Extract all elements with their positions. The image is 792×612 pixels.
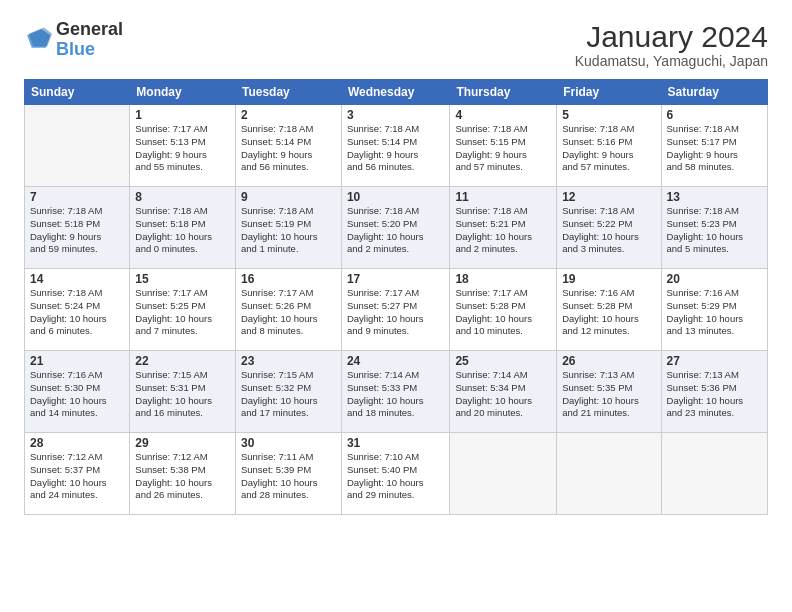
day-info: Sunrise: 7:18 AM Sunset: 5:20 PM Dayligh…: [347, 205, 444, 256]
day-info: Sunrise: 7:17 AM Sunset: 5:13 PM Dayligh…: [135, 123, 230, 174]
day-number: 13: [667, 190, 762, 204]
day-number: 28: [30, 436, 124, 450]
day-info: Sunrise: 7:18 AM Sunset: 5:14 PM Dayligh…: [241, 123, 336, 174]
calendar-row: 28Sunrise: 7:12 AM Sunset: 5:37 PM Dayli…: [25, 433, 768, 515]
day-number: 23: [241, 354, 336, 368]
col-header-tuesday: Tuesday: [235, 80, 341, 105]
calendar-cell: 21Sunrise: 7:16 AM Sunset: 5:30 PM Dayli…: [25, 351, 130, 433]
day-number: 30: [241, 436, 336, 450]
title-block: January 2024 Kudamatsu, Yamaguchi, Japan: [575, 20, 768, 69]
calendar-cell: 5Sunrise: 7:18 AM Sunset: 5:16 PM Daylig…: [557, 105, 661, 187]
day-info: Sunrise: 7:17 AM Sunset: 5:27 PM Dayligh…: [347, 287, 444, 338]
day-info: Sunrise: 7:16 AM Sunset: 5:30 PM Dayligh…: [30, 369, 124, 420]
day-number: 4: [455, 108, 551, 122]
col-header-monday: Monday: [130, 80, 236, 105]
day-number: 9: [241, 190, 336, 204]
day-info: Sunrise: 7:18 AM Sunset: 5:14 PM Dayligh…: [347, 123, 444, 174]
calendar-cell: 11Sunrise: 7:18 AM Sunset: 5:21 PM Dayli…: [450, 187, 557, 269]
day-number: 27: [667, 354, 762, 368]
calendar-cell: 22Sunrise: 7:15 AM Sunset: 5:31 PM Dayli…: [130, 351, 236, 433]
col-header-saturday: Saturday: [661, 80, 767, 105]
day-info: Sunrise: 7:18 AM Sunset: 5:17 PM Dayligh…: [667, 123, 762, 174]
calendar-cell: 26Sunrise: 7:13 AM Sunset: 5:35 PM Dayli…: [557, 351, 661, 433]
calendar-cell: 7Sunrise: 7:18 AM Sunset: 5:18 PM Daylig…: [25, 187, 130, 269]
logo-icon: [24, 26, 52, 54]
day-number: 20: [667, 272, 762, 286]
calendar-cell: 23Sunrise: 7:15 AM Sunset: 5:32 PM Dayli…: [235, 351, 341, 433]
calendar-cell: 8Sunrise: 7:18 AM Sunset: 5:18 PM Daylig…: [130, 187, 236, 269]
day-number: 12: [562, 190, 655, 204]
day-info: Sunrise: 7:16 AM Sunset: 5:28 PM Dayligh…: [562, 287, 655, 338]
calendar-cell: 28Sunrise: 7:12 AM Sunset: 5:37 PM Dayli…: [25, 433, 130, 515]
day-number: 1: [135, 108, 230, 122]
day-info: Sunrise: 7:18 AM Sunset: 5:23 PM Dayligh…: [667, 205, 762, 256]
day-info: Sunrise: 7:13 AM Sunset: 5:36 PM Dayligh…: [667, 369, 762, 420]
calendar-row: 21Sunrise: 7:16 AM Sunset: 5:30 PM Dayli…: [25, 351, 768, 433]
day-number: 31: [347, 436, 444, 450]
calendar-cell: 14Sunrise: 7:18 AM Sunset: 5:24 PM Dayli…: [25, 269, 130, 351]
calendar-cell: 18Sunrise: 7:17 AM Sunset: 5:28 PM Dayli…: [450, 269, 557, 351]
col-header-wednesday: Wednesday: [341, 80, 449, 105]
day-info: Sunrise: 7:16 AM Sunset: 5:29 PM Dayligh…: [667, 287, 762, 338]
calendar-cell: 17Sunrise: 7:17 AM Sunset: 5:27 PM Dayli…: [341, 269, 449, 351]
day-number: 11: [455, 190, 551, 204]
day-number: 8: [135, 190, 230, 204]
day-info: Sunrise: 7:17 AM Sunset: 5:26 PM Dayligh…: [241, 287, 336, 338]
day-number: 21: [30, 354, 124, 368]
calendar-cell: [661, 433, 767, 515]
day-info: Sunrise: 7:18 AM Sunset: 5:19 PM Dayligh…: [241, 205, 336, 256]
col-header-friday: Friday: [557, 80, 661, 105]
day-number: 19: [562, 272, 655, 286]
calendar-title: January 2024: [575, 20, 768, 53]
day-info: Sunrise: 7:11 AM Sunset: 5:39 PM Dayligh…: [241, 451, 336, 502]
calendar-cell: 15Sunrise: 7:17 AM Sunset: 5:25 PM Dayli…: [130, 269, 236, 351]
calendar-cell: 12Sunrise: 7:18 AM Sunset: 5:22 PM Dayli…: [557, 187, 661, 269]
calendar-cell: 4Sunrise: 7:18 AM Sunset: 5:15 PM Daylig…: [450, 105, 557, 187]
day-number: 26: [562, 354, 655, 368]
day-number: 15: [135, 272, 230, 286]
day-info: Sunrise: 7:15 AM Sunset: 5:31 PM Dayligh…: [135, 369, 230, 420]
calendar-cell: 25Sunrise: 7:14 AM Sunset: 5:34 PM Dayli…: [450, 351, 557, 433]
logo-line2: Blue: [56, 40, 123, 60]
day-number: 7: [30, 190, 124, 204]
calendar-cell: 19Sunrise: 7:16 AM Sunset: 5:28 PM Dayli…: [557, 269, 661, 351]
calendar-table: SundayMondayTuesdayWednesdayThursdayFrid…: [24, 79, 768, 515]
calendar-cell: 20Sunrise: 7:16 AM Sunset: 5:29 PM Dayli…: [661, 269, 767, 351]
calendar-cell: [557, 433, 661, 515]
calendar-row: 14Sunrise: 7:18 AM Sunset: 5:24 PM Dayli…: [25, 269, 768, 351]
page: General Blue January 2024 Kudamatsu, Yam…: [0, 0, 792, 612]
day-number: 5: [562, 108, 655, 122]
logo-text: General Blue: [56, 20, 123, 60]
day-number: 3: [347, 108, 444, 122]
calendar-cell: 16Sunrise: 7:17 AM Sunset: 5:26 PM Dayli…: [235, 269, 341, 351]
calendar-cell: [25, 105, 130, 187]
calendar-row: 7Sunrise: 7:18 AM Sunset: 5:18 PM Daylig…: [25, 187, 768, 269]
calendar-row: 1Sunrise: 7:17 AM Sunset: 5:13 PM Daylig…: [25, 105, 768, 187]
header-row: SundayMondayTuesdayWednesdayThursdayFrid…: [25, 80, 768, 105]
calendar-cell: 29Sunrise: 7:12 AM Sunset: 5:38 PM Dayli…: [130, 433, 236, 515]
day-info: Sunrise: 7:18 AM Sunset: 5:16 PM Dayligh…: [562, 123, 655, 174]
calendar-cell: 31Sunrise: 7:10 AM Sunset: 5:40 PM Dayli…: [341, 433, 449, 515]
day-number: 29: [135, 436, 230, 450]
day-number: 10: [347, 190, 444, 204]
logo: General Blue: [24, 20, 123, 60]
calendar-cell: 10Sunrise: 7:18 AM Sunset: 5:20 PM Dayli…: [341, 187, 449, 269]
calendar-cell: 2Sunrise: 7:18 AM Sunset: 5:14 PM Daylig…: [235, 105, 341, 187]
day-info: Sunrise: 7:17 AM Sunset: 5:28 PM Dayligh…: [455, 287, 551, 338]
day-info: Sunrise: 7:18 AM Sunset: 5:18 PM Dayligh…: [135, 205, 230, 256]
day-number: 18: [455, 272, 551, 286]
calendar-subtitle: Kudamatsu, Yamaguchi, Japan: [575, 53, 768, 69]
day-number: 17: [347, 272, 444, 286]
day-info: Sunrise: 7:14 AM Sunset: 5:34 PM Dayligh…: [455, 369, 551, 420]
day-number: 24: [347, 354, 444, 368]
calendar-cell: 9Sunrise: 7:18 AM Sunset: 5:19 PM Daylig…: [235, 187, 341, 269]
logo-line1: General: [56, 20, 123, 40]
day-info: Sunrise: 7:12 AM Sunset: 5:37 PM Dayligh…: [30, 451, 124, 502]
day-info: Sunrise: 7:13 AM Sunset: 5:35 PM Dayligh…: [562, 369, 655, 420]
calendar-cell: [450, 433, 557, 515]
day-info: Sunrise: 7:18 AM Sunset: 5:15 PM Dayligh…: [455, 123, 551, 174]
day-info: Sunrise: 7:18 AM Sunset: 5:22 PM Dayligh…: [562, 205, 655, 256]
day-number: 6: [667, 108, 762, 122]
calendar-cell: 3Sunrise: 7:18 AM Sunset: 5:14 PM Daylig…: [341, 105, 449, 187]
day-info: Sunrise: 7:10 AM Sunset: 5:40 PM Dayligh…: [347, 451, 444, 502]
